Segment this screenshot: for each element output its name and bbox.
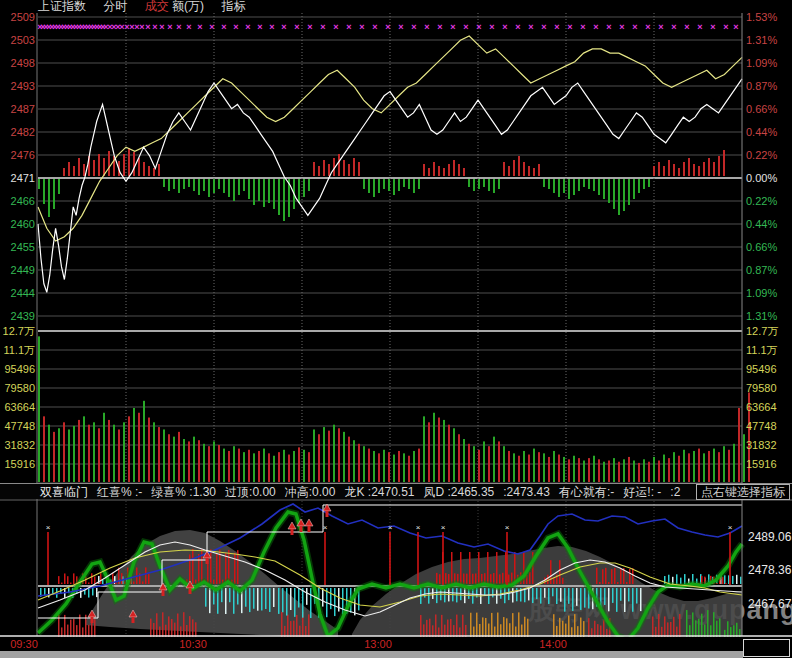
signal-mark-icon: ×: [619, 22, 624, 32]
signal-mark-icon: ×: [463, 22, 468, 32]
signal-mark-icon: ×: [359, 22, 364, 32]
price-axis-label: 2439: [11, 311, 35, 322]
spike-mark-icon: ×: [441, 523, 446, 532]
buy-arrow-icon: [288, 522, 296, 529]
signal-mark-icon: ×: [176, 22, 181, 32]
time-label: 09:30: [10, 638, 38, 650]
price-axis-label: 2460: [11, 219, 35, 230]
volume-axis-label-left: 11.1万: [3, 345, 35, 356]
signal-mark-icon: ×: [197, 22, 202, 32]
volume-axis-label-left: 95496: [4, 364, 35, 375]
signal-mark-icon: ×: [733, 22, 738, 32]
indicator-scale-label: 2467.67: [748, 597, 791, 611]
buy-arrow-icon: [305, 519, 313, 526]
signal-mark-icon: ×: [145, 22, 150, 32]
signal-mark-icon: ×: [320, 22, 325, 32]
signal-mark-icon: ×: [209, 22, 214, 32]
signal-mark-icon: ×: [502, 22, 507, 32]
indicator-param: 过顶:0.00: [225, 485, 276, 499]
signal-mark-icon: ×: [424, 22, 429, 32]
signal-mark-icon: ×: [684, 22, 689, 32]
indicator-scale-label: 2489.06: [748, 530, 791, 544]
signal-mark-icon: ×: [723, 22, 728, 32]
price-axis-label: 2476: [11, 150, 35, 161]
volume-axis-label-right: 31832: [746, 440, 777, 451]
price-axis-label: 2455: [11, 242, 35, 253]
spike-mark-icon: ×: [388, 523, 393, 532]
spike-mark-icon: ×: [728, 523, 733, 532]
indicator-name: 双喜临门: [40, 485, 88, 499]
spike-mark-icon: ×: [416, 523, 421, 532]
spike-mark-icon: ×: [505, 523, 510, 532]
percent-axis-label: 1.09%: [746, 58, 777, 69]
signal-mark-icon: ×: [269, 22, 274, 32]
signal-mark-icon: ×: [233, 22, 238, 32]
percent-axis-label: 0.22%: [746, 150, 777, 161]
price-axis-label: 2509: [11, 12, 35, 23]
signal-mark-icon: ×: [281, 22, 286, 32]
bottom-scroll-strip[interactable]: [0, 651, 743, 658]
percent-axis-label: 0.44%: [746, 127, 777, 138]
volume-mode-label[interactable]: 额(万): [172, 0, 204, 13]
percent-axis-label: 0.44%: [746, 219, 777, 230]
corner-box[interactable]: [743, 639, 790, 657]
percent-axis-label: 1.31%: [746, 35, 777, 46]
volume-axis-label-left: 31832: [4, 440, 35, 451]
symbol-name: 上证指数: [38, 0, 86, 13]
signal-mark-icon: ×: [476, 22, 481, 32]
percent-axis-label: 0.87%: [746, 265, 777, 276]
view-tab-intraday[interactable]: 分时: [103, 0, 127, 13]
volume-axis-label-left: 47748: [4, 421, 35, 432]
signal-mark-icon: ×: [139, 22, 144, 32]
signal-mark-icon: ×: [437, 22, 442, 32]
indicator-param: 好运!: -: [623, 485, 661, 499]
spike-mark-icon: ×: [323, 523, 328, 532]
price-axis-label: 2503: [11, 35, 35, 46]
time-axis: 09:3010:3013:0014:00: [0, 637, 792, 650]
indicator-scale-label: 2478.36: [748, 563, 791, 577]
indicator-param: :2: [670, 485, 680, 499]
signal-mark-icon: ×: [671, 22, 676, 32]
indicator-param: 有心就有:-: [559, 485, 614, 499]
percent-axis-label: 0.22%: [746, 196, 777, 207]
price-axis-label: 2493: [11, 81, 35, 92]
time-label: 10:30: [179, 638, 207, 650]
signal-mark-icon: ×: [528, 22, 533, 32]
volume-axis-label-right: 95496: [746, 364, 777, 375]
time-label: 14:00: [539, 638, 567, 650]
signal-mark-icon: ×: [221, 22, 226, 32]
time-label: 13:00: [364, 638, 392, 650]
volume-axis-label-right: 11.1万: [746, 345, 778, 356]
percent-axis-label: 1.53%: [746, 12, 777, 23]
signal-mark-icon: ×: [257, 22, 262, 32]
signal-mark-icon: ×: [593, 22, 598, 32]
chart-canvas[interactable]: ××××××××××××××××××××××××××××××××××××××××…: [0, 0, 792, 658]
signal-mark-icon: ×: [450, 22, 455, 32]
indicator-menu[interactable]: 指标: [221, 0, 245, 13]
signal-mark-icon: ×: [658, 22, 663, 32]
volume-axis-label-right: 63664: [746, 402, 777, 413]
indicator-param: 凤D :2465.35: [424, 485, 495, 499]
indicator-selector-button[interactable]: 点右键选择指标: [696, 484, 790, 500]
volume-axis-label-right: 79580: [746, 383, 777, 394]
signal-mark-icon: ×: [554, 22, 559, 32]
title-bar: 上证指数 分时 成交 额(万) 指标: [0, 0, 792, 13]
price-axis-label: 2487: [11, 104, 35, 115]
volume-axis-label-right: 12.7万: [746, 326, 778, 337]
indicator-param-bar: 双喜临门红喜% :-绿喜% :1.30过顶:0.00冲高:0.00龙K :247…: [0, 483, 792, 499]
signal-mark-icon: ×: [159, 22, 164, 32]
signal-mark-icon: ×: [167, 22, 172, 32]
signal-mark-icon: ×: [398, 22, 403, 32]
volume-axis-label-left: 63664: [4, 402, 35, 413]
volume-mode-label-red[interactable]: 成交: [145, 0, 169, 13]
indicator-param: 龙K :2470.51: [344, 485, 414, 499]
signal-mark-icon: ×: [632, 22, 637, 32]
price-axis-label: 2449: [11, 265, 35, 276]
volume-axis-label-left: 12.7万: [3, 326, 35, 337]
percent-axis-label: 0.66%: [746, 242, 777, 253]
signal-mark-icon: ×: [411, 22, 416, 32]
signal-mark-icon: ×: [346, 22, 351, 32]
percent-axis-label: 1.31%: [746, 311, 777, 322]
indicator-param: 冲高:0.00: [285, 485, 336, 499]
signal-mark-icon: ×: [245, 22, 250, 32]
